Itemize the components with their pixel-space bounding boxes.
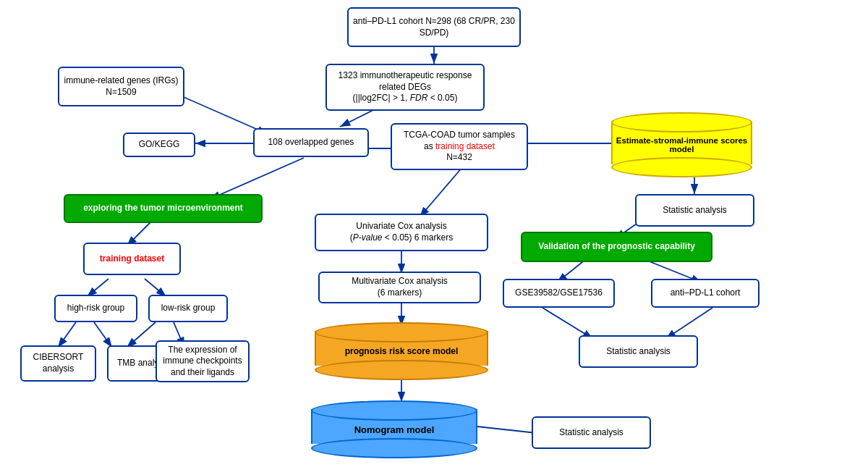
node-statistic-analysis-2: Statistic analysis (579, 335, 698, 368)
flowchart-diagram: anti–PD-L1 cohort N=298 (68 CR/PR, 230 S… (0, 0, 868, 475)
svg-line-20 (665, 308, 712, 339)
node-statistic-analysis-2-label: Statistic analysis (606, 346, 671, 358)
node-univariate-cox: Univariate Cox analysis(P-value < 0.05) … (315, 214, 488, 251)
node-estimate-model: Estimate-stromal-immune scoresmodel (611, 112, 752, 177)
node-gse39582: GSE39582/GSE17536 (503, 279, 615, 308)
node-immune-checkpoints-label: The expression ofimmune checkpointsand t… (163, 345, 242, 379)
node-cibersort: CIBERSORTanalysis (20, 345, 96, 382)
node-immune-related-genes-label: immune-related genes (IRGs)N=1509 (64, 75, 178, 98)
node-prognosis-risk: prognosis risk score model (315, 322, 488, 380)
svg-line-22 (94, 322, 112, 348)
node-tcga-coad: TCGA-COAD tumor samplesas training datas… (391, 123, 528, 170)
node-low-risk: low-risk group (148, 295, 228, 322)
node-statistic-analysis-3: Statistic analysis (532, 416, 651, 449)
node-immune-checkpoints: The expression ofimmune checkpointsand t… (156, 340, 250, 382)
svg-line-9 (210, 158, 304, 199)
node-immunotherapeutic-degs-label: 1323 immunotherapeutic responserelated D… (339, 70, 472, 104)
node-overlapped-genes: 108 overlapped genes (253, 128, 369, 157)
node-exploring-tumor: exploring the tumor microenvironment (64, 194, 263, 223)
node-high-risk: high-risk group (54, 295, 137, 322)
svg-line-21 (58, 322, 76, 348)
svg-line-10 (420, 167, 463, 217)
node-statistic-analysis-3-label: Statistic analysis (559, 427, 624, 439)
node-tcga-coad-label: TCGA-COAD tumor samplesas training datas… (404, 130, 515, 164)
node-go-kegg-label: GO/KEGG (139, 139, 180, 151)
node-nomogram-label: Nomogram model (354, 424, 435, 435)
node-gse39582-label: GSE39582/GSE17536 (515, 287, 603, 299)
svg-line-23 (127, 322, 156, 348)
node-cibersort-label: CIBERSORTanalysis (33, 352, 84, 374)
node-multivariate-cox: Multivariate Cox analysis(6 markers) (318, 272, 481, 303)
svg-line-4 (174, 93, 268, 134)
node-anti-pd-l1-cohort2-label: anti–PD-L1 cohort (671, 287, 741, 299)
node-validation-prognostic-label: Validation of the prognostic capability (538, 241, 695, 253)
node-estimate-model-label: Estimate-stromal-immune scoresmodel (616, 136, 748, 154)
node-go-kegg: GO/KEGG (123, 133, 195, 157)
node-multivariate-cox-label: Multivariate Cox analysis(6 markers) (352, 276, 448, 298)
node-training-dataset-label: training dataset (100, 253, 164, 265)
node-exploring-tumor-label: exploring the tumor microenvironment (83, 203, 243, 214)
node-low-risk-label: low-risk group (161, 303, 216, 314)
node-high-risk-label: high-risk group (67, 303, 124, 314)
node-prognosis-risk-label: prognosis risk score model (345, 346, 459, 356)
node-overlapped-genes-label: 108 overlapped genes (268, 137, 354, 148)
node-anti-pd-l1-cohort2: anti–PD-L1 cohort (651, 279, 760, 308)
node-immunotherapeutic-degs: 1323 immunotherapeutic responserelated D… (326, 64, 485, 111)
node-validation-prognostic: Validation of the prognostic capability (521, 232, 712, 262)
node-anti-pd-l1-cohort: anti–PD-L1 cohort N=298 (68 CR/PR, 230 S… (347, 7, 521, 47)
node-statistic-analysis-1: Statistic analysis (635, 194, 754, 227)
node-training-dataset: training dataset (83, 243, 181, 275)
node-univariate-cox-label: Univariate Cox analysis(P-value < 0.05) … (350, 221, 453, 243)
node-nomogram: Nomogram model (311, 400, 477, 458)
node-immune-related-genes: immune-related genes (IRGs)N=1509 (58, 67, 184, 106)
node-anti-pd-l1-cohort-label: anti–PD-L1 cohort N=298 (68 CR/PR, 230 S… (353, 16, 515, 38)
node-statistic-analysis-1-label: Statistic analysis (663, 205, 727, 217)
svg-line-19 (542, 308, 593, 339)
